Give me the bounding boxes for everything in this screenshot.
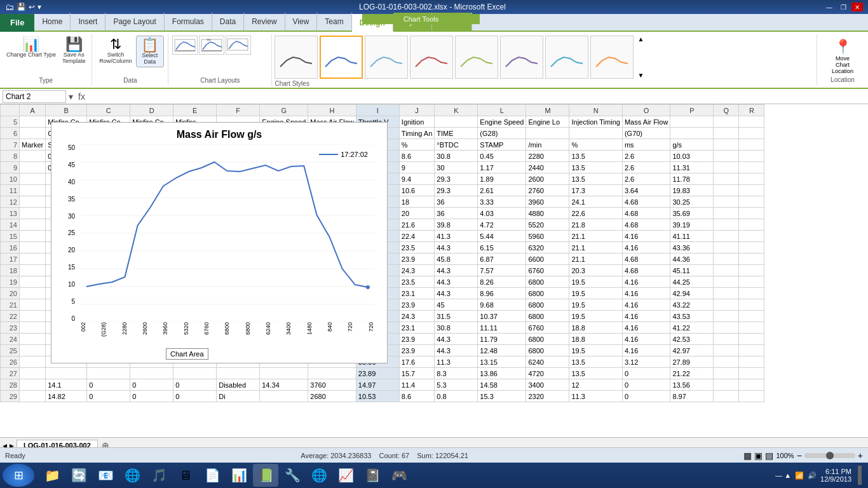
move-chart-button[interactable]: 📍 MoveChartLocation (829, 37, 857, 76)
cell[interactable]: 5520 (526, 219, 569, 231)
cell[interactable]: 45.8 (435, 254, 478, 265)
cell[interactable] (130, 368, 173, 379)
cell[interactable]: 19.5 (569, 276, 622, 288)
cell[interactable]: 4.68 (622, 265, 670, 276)
cell[interactable] (739, 162, 764, 173)
cell[interactable] (20, 265, 46, 276)
cell[interactable] (739, 219, 764, 231)
zoom-slider[interactable] (804, 453, 855, 458)
cell[interactable]: 44.25 (670, 276, 714, 288)
cell[interactable] (739, 173, 764, 185)
cell[interactable]: 23.1 (399, 322, 435, 334)
cell[interactable]: 4.16 (622, 311, 670, 322)
cell[interactable]: 18.8 (569, 334, 622, 345)
col-header-o[interactable]: O (622, 105, 670, 116)
cell[interactable] (739, 151, 764, 162)
cell[interactable]: 43.53 (670, 311, 714, 322)
cell[interactable]: 21.6 (399, 219, 435, 231)
cell[interactable] (714, 185, 739, 196)
cell[interactable]: 6760 (526, 265, 569, 276)
col-header-c[interactable]: C (87, 105, 130, 116)
cell[interactable]: 2280 (526, 151, 569, 162)
cell[interactable]: 14.97 (356, 379, 399, 391)
cell[interactable] (670, 116, 714, 128)
cell[interactable]: 5.3 (435, 379, 478, 391)
cell[interactable] (569, 128, 622, 139)
cell[interactable]: 15.3 (478, 391, 526, 402)
cell[interactable]: 30.8 (435, 322, 478, 334)
cell[interactable]: 0 (130, 379, 173, 391)
chart-style-1[interactable] (275, 36, 318, 79)
cell[interactable]: 6800 (526, 288, 569, 299)
cell[interactable]: 19.83 (670, 185, 714, 196)
cell[interactable]: 3760 (308, 379, 356, 391)
cell[interactable] (20, 368, 46, 379)
cell[interactable]: 2600 (526, 173, 569, 185)
cell[interactable] (20, 208, 46, 219)
tab-page-layout[interactable]: Page Layout (105, 13, 164, 30)
cell[interactable]: (G28) (478, 128, 526, 139)
formula-expand-icon[interactable]: ▾ (69, 92, 73, 102)
cell[interactable]: 23.9 (399, 299, 435, 311)
cell[interactable] (173, 368, 217, 379)
cell[interactable]: 12.48 (478, 345, 526, 356)
quick-access-save[interactable]: 💾 (17, 3, 26, 11)
cell[interactable] (20, 231, 46, 242)
cell[interactable]: 11.31 (670, 162, 714, 173)
cell[interactable]: 3.12 (622, 356, 670, 368)
cell[interactable] (20, 254, 46, 265)
cell[interactable] (714, 391, 739, 402)
cell[interactable] (20, 128, 46, 139)
cell[interactable]: 13.5 (569, 151, 622, 162)
cell[interactable] (739, 368, 764, 379)
cell[interactable]: 21.1 (569, 254, 622, 265)
cell[interactable]: 8.97 (670, 391, 714, 402)
cell[interactable]: 13.5 (569, 173, 622, 185)
cell[interactable] (739, 322, 764, 334)
col-header-q[interactable]: Q (714, 105, 739, 116)
cell[interactable]: 23.5 (399, 242, 435, 254)
cell[interactable] (739, 116, 764, 128)
table-row[interactable]: 2814.1000Disabled14.34376014.9711.45.314… (1, 379, 764, 391)
cell[interactable] (20, 356, 46, 368)
cell[interactable]: 4880 (526, 208, 569, 219)
cell[interactable]: 24.3 (399, 311, 435, 322)
cell[interactable]: 11.11 (478, 322, 526, 334)
cell[interactable]: TIME (435, 128, 478, 139)
cell[interactable]: °BTDC (435, 139, 478, 151)
cell[interactable]: 10.37 (478, 311, 526, 322)
cell[interactable] (739, 242, 764, 254)
cell[interactable]: 14.82 (46, 391, 87, 402)
cell[interactable]: Engine Lo (526, 116, 569, 128)
cell[interactable] (20, 219, 46, 231)
cell[interactable]: 6320 (526, 242, 569, 254)
cell[interactable]: 42.53 (670, 334, 714, 345)
cell[interactable]: 41.11 (670, 231, 714, 242)
cell[interactable] (714, 196, 739, 208)
chart-style-8[interactable] (590, 36, 634, 79)
cell[interactable] (714, 139, 739, 151)
cell[interactable]: 39.8 (435, 219, 478, 231)
cell[interactable]: 10.53 (356, 391, 399, 402)
file-tab[interactable]: File (0, 14, 34, 32)
tab-data[interactable]: Data (212, 13, 244, 30)
cell[interactable]: 17.6 (399, 356, 435, 368)
datetime-display[interactable]: 6:11 PM12/9/2013 (820, 468, 851, 483)
cell[interactable]: 45.11 (670, 265, 714, 276)
cell[interactable]: 4.16 (622, 276, 670, 288)
cell[interactable]: 4.16 (622, 322, 670, 334)
cell[interactable] (20, 311, 46, 322)
layout-2[interactable]: Title (199, 36, 224, 55)
cell[interactable] (739, 208, 764, 219)
quick-access-undo[interactable]: ↩ (29, 3, 35, 11)
cell[interactable]: 15.7 (399, 368, 435, 379)
cell[interactable]: Di (217, 391, 260, 402)
cell[interactable]: 0 (622, 391, 670, 402)
save-as-template-button[interactable]: 💾 Save AsTemplate (60, 36, 88, 66)
cell[interactable]: Marker (20, 139, 46, 151)
cell[interactable]: 4.03 (478, 208, 526, 219)
taskbar-explorer[interactable]: 📁 (39, 464, 65, 487)
tab-insert[interactable]: Insert (71, 13, 105, 30)
cell[interactable]: 6600 (526, 254, 569, 265)
cell[interactable] (20, 379, 46, 391)
